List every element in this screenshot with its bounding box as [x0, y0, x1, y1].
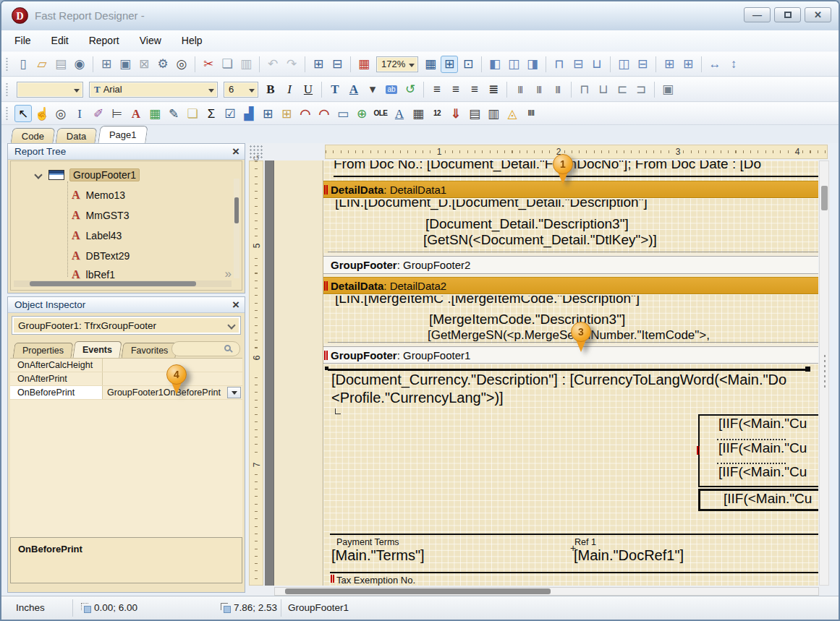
menu-report[interactable]: Report [89, 35, 119, 46]
close-icon[interactable]: × [232, 298, 239, 312]
label-ref1[interactable]: Ref 1 [574, 537, 596, 547]
iif-memo-box[interactable]: [IIF(<Main."Cu [IIF(<Main."Cu [IIF(<Main… [698, 414, 818, 487]
label-tax-exemption[interactable]: Tax Exemption No. [336, 575, 415, 586]
memo-detail2-line3[interactable]: [GetMergeSN(<p.MergeSerialNumber."ItemCo… [428, 328, 710, 343]
text-cursor-tool-icon[interactable]: I [71, 105, 88, 122]
format-painter-icon[interactable]: ✐ [90, 105, 107, 122]
underline-icon[interactable]: U [300, 81, 317, 98]
align-center-icon[interactable]: ◫ [505, 56, 522, 73]
label-payment-terms[interactable]: Payment Terms [336, 537, 399, 547]
text-style-icon[interactable]: T [326, 81, 344, 98]
menu-edit[interactable]: Edit [51, 35, 69, 46]
memo-currency-line1[interactable]: [Document_Currency."Description"] : [Cur… [331, 372, 786, 388]
gauge-object-icon[interactable]: ◠ [297, 105, 314, 122]
splitter-handle[interactable] [823, 354, 827, 388]
band-content-groupfooter1[interactable]: [Document_Currency."Description"] : [Cur… [323, 364, 818, 586]
minimize-button[interactable]: — [744, 7, 771, 22]
horizontal-ruler[interactable]: 1 2 3 4 [325, 145, 828, 159]
cut-icon[interactable]: ✂ [200, 56, 217, 73]
font-color-icon[interactable]: A [345, 81, 362, 98]
find-icon[interactable]: ◎ [173, 56, 190, 73]
center-horizontally-icon[interactable]: ⊞ [661, 56, 678, 73]
tab-data[interactable]: Data [56, 128, 98, 143]
control-object-icon[interactable]: ◬ [504, 105, 521, 122]
frame-bottom-icon[interactable]: ⊔ [595, 81, 612, 98]
sum-object-icon[interactable]: Σ [203, 105, 220, 122]
memo-iif-4[interactable]: [IIF(<Main."Cu [700, 491, 818, 509]
same-width-icon[interactable]: ↔ [706, 56, 724, 73]
all-frames-icon[interactable]: ▣ [659, 81, 676, 98]
font-color-arrow-icon[interactable]: ▾ [364, 81, 381, 98]
page-settings-icon[interactable]: ⚙ [154, 56, 171, 73]
bold-icon[interactable]: B [262, 81, 279, 98]
text-object-icon[interactable]: A [127, 105, 145, 122]
tree-item-mmgst3[interactable]: AMmGST3 [11, 206, 129, 225]
inspector-search-input[interactable] [171, 341, 240, 356]
page-number-object-icon[interactable]: 12 [428, 105, 446, 122]
style-select[interactable] [17, 82, 83, 98]
vertical-text-bottom-icon[interactable]: ||| [549, 81, 567, 98]
show-grid-icon[interactable]: ▦ [422, 56, 439, 73]
map-object-icon[interactable]: ⊕ [353, 105, 370, 122]
align-text-justify-icon[interactable]: ≣ [485, 81, 502, 98]
scrollbar-thumb[interactable] [234, 197, 239, 223]
tree-item-label43[interactable]: ALabel43 [11, 226, 122, 245]
design-horizontal-scrollbar[interactable] [274, 587, 819, 596]
tree-vertical-scrollbar[interactable] [234, 179, 239, 278]
export-pdf-icon[interactable]: ⇓ [447, 105, 464, 122]
memo-detail1-line1[interactable]: [LIN.[Document_D.[Document_Detail."Descr… [335, 200, 648, 214]
italic-icon[interactable]: I [281, 81, 298, 98]
hand-tool-icon[interactable]: ☝ [33, 105, 51, 122]
vertical-text-top-icon[interactable]: ||| [512, 81, 529, 98]
rotate-text-icon[interactable]: ↺ [402, 81, 419, 98]
tree-horizontal-scrollbar[interactable] [14, 280, 232, 287]
band-tool-icon[interactable]: ⊨ [109, 105, 126, 122]
property-dropdown-button[interactable] [227, 387, 241, 398]
design-vertical-scrollbar[interactable] [819, 160, 829, 586]
new-report-icon[interactable]: ▯ [14, 56, 32, 73]
save-report-icon[interactable]: ▤ [52, 56, 69, 73]
delete-page-icon[interactable]: ⊠ [135, 56, 153, 73]
iif-memo-box-bottom[interactable]: [IIF(<Main."Cu [698, 489, 818, 511]
selected-memo-border[interactable] [328, 369, 810, 371]
checkbox-object-icon[interactable]: ☑ [221, 105, 239, 122]
toolbar-grip[interactable] [5, 82, 9, 98]
close-icon[interactable]: × [232, 145, 239, 159]
select-tool-icon[interactable]: ↖ [14, 105, 32, 122]
insert-band-icon[interactable]: ▦ [355, 56, 373, 73]
scrollbar-thumb[interactable] [30, 281, 196, 286]
align-to-grid-icon[interactable]: ⊞ [441, 56, 458, 73]
new-dialog-page-icon[interactable]: ▣ [116, 56, 134, 73]
toolbar-grip[interactable] [5, 106, 9, 121]
band-header-groupfooter2[interactable]: GroupFooter: GroupFooter2 [323, 256, 818, 274]
copy-icon[interactable]: ❏ [219, 56, 236, 73]
align-text-right-icon[interactable]: ≡ [466, 81, 483, 98]
tab-favorites[interactable]: Favorites [122, 343, 178, 358]
menu-file[interactable]: File [14, 35, 31, 46]
db-table-object-icon[interactable]: ⊞ [278, 105, 295, 122]
align-right-icon[interactable]: ◨ [524, 56, 541, 73]
band-header-detaildata2[interactable]: DetailData: DetailData2 [323, 277, 818, 294]
toolbar-grip[interactable] [5, 56, 9, 72]
tab-properties[interactable]: Properties [13, 343, 74, 358]
snap-to-grid-icon[interactable]: ⊡ [459, 56, 477, 73]
design-canvas[interactable]: From Doc No.: [Document_Detail."FromDocN… [274, 160, 818, 586]
align-left-icon[interactable]: ◧ [486, 56, 504, 73]
menu-view[interactable]: View [140, 35, 161, 46]
tab-code[interactable]: Code [11, 128, 56, 143]
menu-help[interactable]: Help [182, 35, 203, 46]
maximize-button[interactable] [774, 7, 801, 22]
memo-detail2-line1[interactable]: [LIN.[MergeItemC .[MergeItemCode."Descri… [335, 296, 640, 310]
memo-terms[interactable]: [Main."Terms"] [331, 547, 425, 564]
redo-icon[interactable]: ↷ [283, 56, 300, 73]
barcode-object-icon[interactable]: ‖‖ [522, 105, 540, 122]
vertical-text-center-icon[interactable]: ||| [530, 81, 548, 98]
new-page-icon[interactable]: ⊞ [98, 56, 115, 73]
frame-left-icon[interactable]: ⊏ [614, 81, 631, 98]
data-header-list-icon[interactable]: ▤ [466, 105, 483, 122]
vertical-ruler[interactable]: 5 6 7 [249, 160, 263, 586]
gauge2-object-icon[interactable]: ◠ [315, 105, 333, 122]
align-top-icon[interactable]: ⊓ [551, 56, 568, 73]
font-size-select[interactable]: 6 [224, 82, 258, 98]
memo-currency-line2[interactable]: <Profile."CurrencyLang">)] [331, 390, 504, 406]
